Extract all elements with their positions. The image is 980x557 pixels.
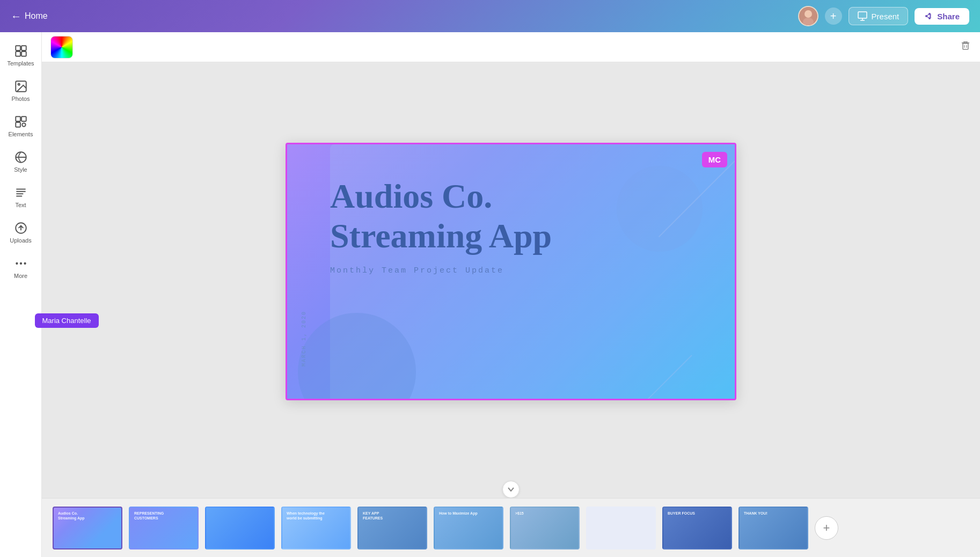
thumb-7-text: >$15 bbox=[515, 511, 524, 516]
svg-point-28 bbox=[24, 262, 26, 265]
uploads-label: Uploads bbox=[10, 237, 31, 244]
svg-point-7 bbox=[925, 15, 927, 17]
more-icon bbox=[14, 256, 28, 270]
svg-rect-12 bbox=[21, 52, 26, 56]
home-title: Home bbox=[25, 11, 48, 21]
uploads-icon bbox=[14, 221, 28, 235]
svg-rect-16 bbox=[21, 116, 26, 121]
slide-thumb-9[interactable]: BUYER FOCUS bbox=[662, 507, 732, 549]
style-icon bbox=[14, 150, 28, 164]
templates-label: Templates bbox=[7, 60, 34, 67]
svg-rect-17 bbox=[16, 122, 20, 127]
chevron-down-icon bbox=[507, 486, 515, 493]
avatar[interactable] bbox=[798, 6, 818, 26]
slide-thumb-8[interactable] bbox=[586, 507, 656, 549]
thumb-1-text: Audios Co.Streaming App bbox=[58, 511, 85, 521]
toolbar bbox=[42, 32, 980, 62]
thumb-2-text: REPRESENTINGCUSTOMERS bbox=[134, 511, 164, 521]
present-icon bbox=[858, 11, 867, 21]
collapse-panel-button[interactable] bbox=[502, 481, 520, 498]
slide-thumb-3[interactable] bbox=[205, 507, 275, 549]
svg-point-14 bbox=[18, 84, 19, 85]
elements-icon bbox=[14, 115, 28, 129]
slide-mc-badge: MC bbox=[702, 152, 727, 167]
slide-thumb-5[interactable]: KEY APPFEATURES bbox=[357, 507, 427, 549]
slide-thumb-6[interactable]: How to Maximize App bbox=[434, 507, 503, 549]
thumb-5-text: KEY APPFEATURES bbox=[363, 511, 383, 521]
text-icon bbox=[14, 186, 28, 200]
sidebar: Templates Photos Elements bbox=[0, 32, 42, 557]
photos-label: Photos bbox=[11, 96, 30, 102]
thumb-9-text: BUYER FOCUS bbox=[668, 511, 695, 516]
svg-point-26 bbox=[16, 262, 18, 265]
trash-icon bbox=[960, 40, 971, 52]
text-label: Text bbox=[15, 202, 26, 208]
slide-title: Audios Co. Streaming App bbox=[330, 177, 552, 255]
sidebar-item-text[interactable]: Text bbox=[0, 179, 42, 215]
slide-thumb-1[interactable]: Audios Co.Streaming App bbox=[53, 507, 122, 549]
share-label: Share bbox=[937, 12, 960, 21]
svg-rect-11 bbox=[16, 52, 20, 56]
slide-thumb-4[interactable]: When technology theworld be submitting bbox=[281, 507, 351, 549]
slide-canvas[interactable]: MC Audios Co. Streaming App Monthly Team… bbox=[286, 143, 736, 400]
slide-thumb-7[interactable]: >$15 bbox=[510, 507, 580, 549]
editor-area: MC Audios Co. Streaming App Monthly Team… bbox=[42, 32, 980, 557]
add-collaborator-button[interactable]: + bbox=[825, 8, 842, 25]
canvas-area: MC Audios Co. Streaming App Monthly Team… bbox=[42, 62, 980, 557]
header-left: ← Home bbox=[11, 10, 48, 23]
thumb-10-text: THANK YOU! bbox=[744, 511, 767, 516]
avatar-image bbox=[799, 7, 817, 25]
chevron-bar bbox=[42, 481, 980, 498]
sidebar-item-style[interactable]: Style Maria Chantelle bbox=[0, 144, 42, 179]
slide-circle-right bbox=[617, 166, 703, 252]
header-right: + Present Share bbox=[798, 6, 969, 26]
slide-thumb-2[interactable]: REPRESENTINGCUSTOMERS bbox=[129, 507, 199, 549]
share-button[interactable]: Share bbox=[915, 8, 969, 25]
main-body: Templates Photos Elements bbox=[0, 32, 980, 557]
photos-icon bbox=[14, 79, 28, 93]
elements-label: Elements bbox=[9, 131, 33, 137]
sidebar-item-elements[interactable]: Elements bbox=[0, 108, 42, 144]
thumb-6-text: How to Maximize App bbox=[439, 511, 478, 516]
svg-rect-10 bbox=[21, 46, 26, 50]
add-slide-button[interactable]: + bbox=[815, 516, 838, 540]
svg-rect-3 bbox=[858, 12, 867, 18]
slide-thumb-10[interactable]: THANK YOU! bbox=[738, 507, 808, 549]
sidebar-item-templates[interactable]: Templates bbox=[0, 38, 42, 73]
present-label: Present bbox=[872, 12, 899, 21]
slide-strip: Audios Co.Streaming App REPRESENTINGCUST… bbox=[42, 498, 980, 557]
svg-point-27 bbox=[19, 262, 21, 265]
slide-subtitle: Monthly Team Project Update bbox=[330, 266, 552, 275]
svg-rect-9 bbox=[16, 46, 20, 50]
share-icon bbox=[924, 12, 933, 20]
svg-rect-15 bbox=[16, 116, 20, 121]
slide-date-vertical: MARCH 1, 2020 bbox=[301, 311, 307, 367]
thumb-4-text: When technology theworld be submitting bbox=[287, 511, 325, 521]
svg-point-8 bbox=[928, 17, 931, 19]
sidebar-item-uploads[interactable]: Uploads bbox=[0, 215, 42, 250]
sidebar-item-photos[interactable]: Photos bbox=[0, 73, 42, 108]
more-label: More bbox=[14, 273, 27, 279]
style-label: Style bbox=[14, 166, 27, 173]
svg-rect-29 bbox=[963, 43, 968, 49]
header: ← Home + Present Share bbox=[0, 0, 980, 32]
back-arrow-icon: ← bbox=[11, 10, 21, 23]
color-palette-button[interactable] bbox=[50, 36, 73, 58]
delete-button[interactable] bbox=[960, 40, 971, 54]
canvas-wrapper: MC Audios Co. Streaming App Monthly Team… bbox=[42, 62, 980, 481]
templates-icon bbox=[14, 44, 28, 58]
back-button[interactable]: ← Home bbox=[11, 10, 48, 23]
slide-content: Audios Co. Streaming App Monthly Team Pr… bbox=[330, 177, 552, 275]
svg-point-6 bbox=[928, 13, 931, 15]
sidebar-item-more[interactable]: More bbox=[0, 250, 42, 285]
svg-point-1 bbox=[805, 10, 812, 18]
svg-point-18 bbox=[22, 123, 25, 127]
present-button[interactable]: Present bbox=[849, 7, 909, 25]
